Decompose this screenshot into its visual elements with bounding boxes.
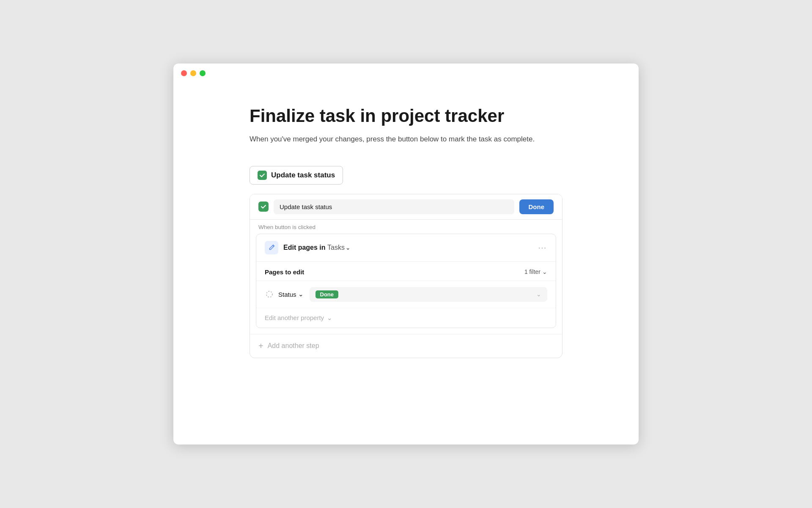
update-task-status-button[interactable]: Update task status — [250, 166, 343, 185]
edit-step-card: Edit pages in Tasks⌄ ⋯ Pages to edit 1 f… — [256, 234, 556, 328]
edit-another-chevron-icon: ⌄ — [327, 314, 332, 322]
when-label: When button is clicked — [250, 220, 562, 234]
select-chevron-icon: ⌄ — [536, 291, 541, 298]
action-bar: Done — [250, 194, 562, 220]
filter-button[interactable]: 1 filter ⌄ — [524, 268, 547, 275]
page-description: When you've merged your changes, press t… — [250, 134, 562, 145]
edit-step-header-left: Edit pages in Tasks⌄ — [265, 241, 533, 254]
page-content: Finalize task in project tracker When yo… — [173, 80, 639, 392]
status-row: Status ⌄ Done ⌄ — [256, 281, 556, 308]
maximize-button[interactable] — [200, 70, 206, 76]
more-options-button[interactable]: ⋯ — [538, 243, 547, 252]
add-another-step-button[interactable]: + Add another step — [250, 334, 562, 358]
status-done-badge: Done — [315, 290, 339, 298]
minimize-button[interactable] — [190, 70, 196, 76]
done-button[interactable]: Done — [519, 199, 554, 214]
filter-chevron-icon: ⌄ — [542, 268, 547, 275]
app-window: Finalize task in project tracker When yo… — [173, 64, 639, 444]
plus-icon: + — [258, 341, 263, 351]
titlebar — [173, 64, 639, 80]
status-value-select[interactable]: Done ⌄ — [310, 287, 547, 302]
status-chevron-icon: ⌄ — [298, 290, 304, 298]
update-button-label: Update task status — [271, 171, 335, 179]
edit-another-property-row[interactable]: Edit another property ⌄ — [256, 308, 556, 328]
pages-to-edit-section: Pages to edit 1 filter ⌄ — [256, 262, 556, 281]
checkbox-checked-icon — [258, 171, 267, 180]
svg-point-0 — [266, 291, 272, 297]
edit-icon-box — [265, 241, 278, 254]
action-input[interactable] — [274, 199, 514, 214]
status-label-button[interactable]: Status ⌄ — [278, 290, 304, 298]
main-card: Done When button is clicked — [250, 194, 562, 358]
edit-step-header: Edit pages in Tasks⌄ ⋯ — [256, 234, 556, 262]
action-bar-checkbox[interactable] — [258, 202, 269, 212]
close-button[interactable] — [181, 70, 187, 76]
edit-step-title: Edit pages in Tasks⌄ — [283, 244, 350, 251]
page-title: Finalize task in project tracker — [250, 106, 562, 126]
pages-to-edit-label: Pages to edit — [265, 268, 304, 276]
db-chevron-icon[interactable]: ⌄ — [346, 245, 350, 251]
status-spinner-icon — [265, 290, 274, 299]
